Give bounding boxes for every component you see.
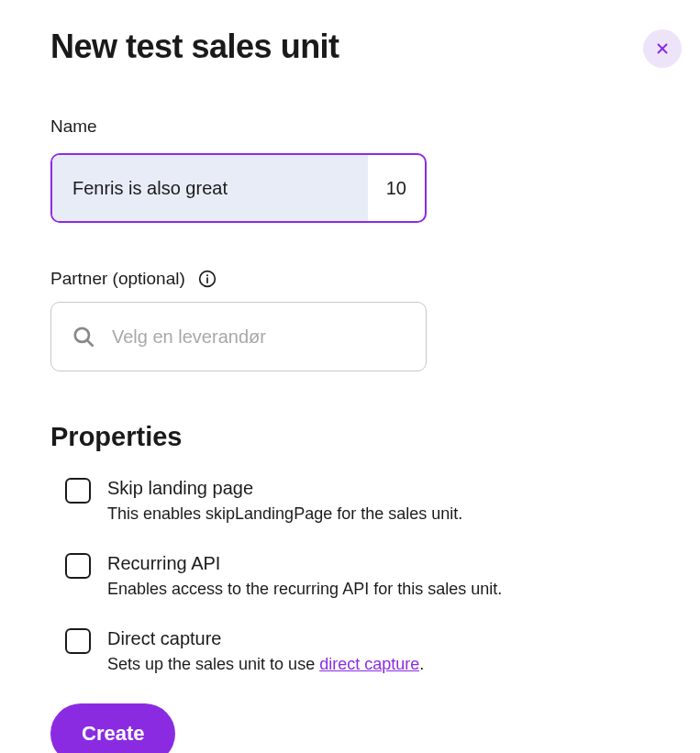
skip-landing-desc: This enables skipLandingPage for the sal… bbox=[107, 504, 650, 524]
partner-placeholder: Velg en leverandør bbox=[112, 327, 266, 348]
name-input[interactable] bbox=[52, 155, 368, 221]
page-title: New test sales unit bbox=[50, 28, 339, 66]
direct-capture-link[interactable]: direct capture bbox=[319, 655, 419, 673]
skip-landing-title: Skip landing page bbox=[107, 478, 650, 499]
skip-landing-checkbox[interactable] bbox=[65, 478, 91, 504]
svg-point-4 bbox=[206, 274, 208, 276]
create-button[interactable]: Create bbox=[50, 703, 175, 753]
partner-label: Partner (optional) bbox=[50, 269, 185, 289]
svg-line-6 bbox=[87, 340, 92, 345]
search-icon bbox=[72, 325, 95, 349]
info-icon[interactable] bbox=[198, 270, 217, 288]
recurring-api-title: Recurring API bbox=[107, 553, 650, 574]
close-button[interactable] bbox=[643, 29, 682, 68]
name-counter: 10 bbox=[368, 178, 425, 199]
direct-capture-title: Direct capture bbox=[107, 628, 650, 649]
partner-select[interactable]: Velg en leverandør bbox=[50, 302, 427, 371]
recurring-api-desc: Enables access to the recurring API for … bbox=[107, 580, 650, 599]
direct-capture-desc: Sets up the sales unit to use direct cap… bbox=[107, 655, 650, 674]
recurring-api-checkbox[interactable] bbox=[65, 553, 91, 579]
direct-capture-checkbox[interactable] bbox=[65, 628, 91, 654]
name-field-container: 10 bbox=[50, 153, 427, 223]
close-icon bbox=[654, 40, 671, 57]
name-label: Name bbox=[50, 116, 650, 137]
properties-heading: Properties bbox=[50, 422, 650, 452]
